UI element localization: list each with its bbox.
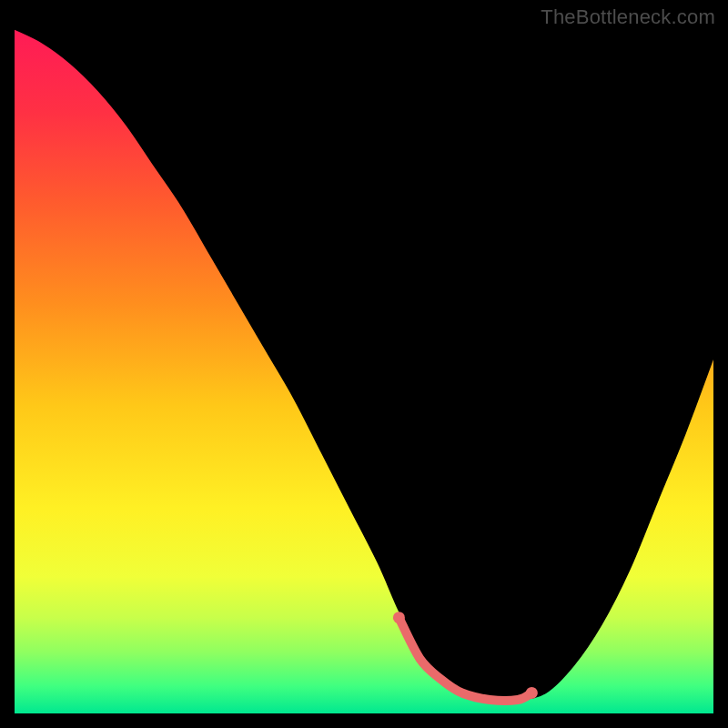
- plot-area: [15, 29, 713, 713]
- curve-layer: [15, 29, 713, 713]
- watermark-text: TheBottleneck.com: [541, 5, 715, 29]
- range-start-dot: [393, 612, 405, 623]
- chart-container: TheBottleneck.com: [0, 0, 728, 728]
- bottleneck-curve: [15, 29, 713, 701]
- range-end-dot: [526, 687, 538, 699]
- optimal-segment: [399, 618, 531, 701]
